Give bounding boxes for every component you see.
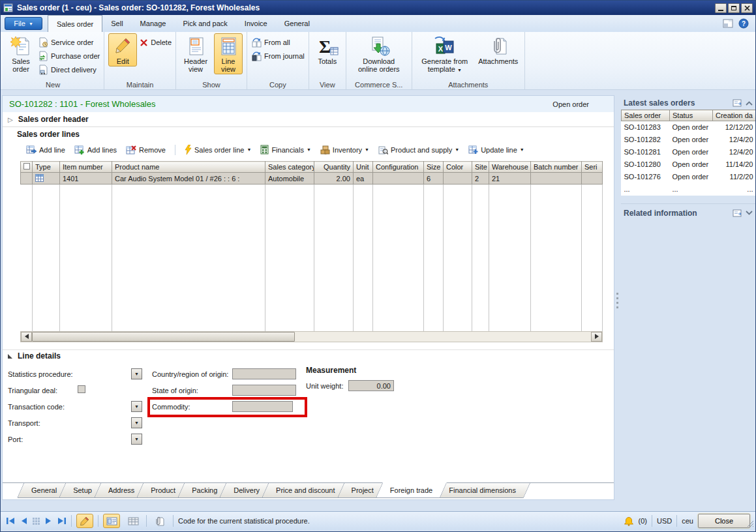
- expand-icon[interactable]: ▷: [8, 116, 13, 123]
- sales-order-button[interactable]: Sales order: [6, 33, 36, 74]
- tab-sell[interactable]: Sell: [102, 15, 131, 32]
- cell-size[interactable]: 6: [424, 173, 444, 185]
- from-all-button[interactable]: From all: [251, 37, 305, 48]
- factbox-row[interactable]: SO-101280Open order11/14/20: [622, 158, 756, 171]
- scroll-right-button[interactable]: [591, 332, 602, 342]
- tab-foreign-trade[interactable]: Foreign trade: [379, 483, 444, 498]
- scrollbar-thumb[interactable]: [32, 332, 295, 342]
- help-icon[interactable]: ?: [738, 18, 749, 29]
- add-lines-button[interactable]: Add lines: [74, 145, 117, 155]
- cell-batch-number[interactable]: [531, 173, 582, 185]
- collapse-chevron-icon[interactable]: [746, 101, 753, 106]
- service-order-button[interactable]: Service order: [38, 37, 100, 48]
- cell-configuration[interactable]: [373, 173, 424, 185]
- factbox-cell[interactable]: ...: [622, 183, 670, 196]
- factbox-cell[interactable]: 12/4/20: [713, 146, 756, 158]
- sales-order-header-section[interactable]: ▷ Sales order header: [3, 112, 614, 127]
- pane-splitter[interactable]: [616, 293, 618, 308]
- notifications-count[interactable]: (0): [639, 517, 647, 525]
- related-information-header[interactable]: Related information: [621, 203, 755, 218]
- latest-sales-orders-header[interactable]: Latest sales orders: [621, 95, 755, 110]
- edit-button[interactable]: Edit: [108, 33, 137, 66]
- edit-mode-button[interactable]: [76, 514, 93, 528]
- fb-col-creation-date[interactable]: Creation da: [713, 110, 756, 121]
- transaction-code-dropdown[interactable]: ▼: [131, 401, 142, 412]
- line-view-button[interactable]: Line view: [214, 33, 243, 74]
- factbox-row[interactable]: SO-101283Open order12/12/20: [622, 121, 756, 134]
- tab-price-and-discount[interactable]: Price and discount: [265, 483, 346, 498]
- col-color[interactable]: Color: [444, 162, 472, 173]
- factbox-row[interactable]: .........: [622, 183, 756, 196]
- col-site[interactable]: Site: [472, 162, 489, 173]
- attachments-button[interactable]: Attachments: [476, 33, 521, 66]
- next-record-icon[interactable]: [45, 517, 53, 525]
- factbox-row[interactable]: SO-101281Open order12/4/20: [622, 146, 756, 158]
- select-all-header[interactable]: [21, 162, 33, 173]
- col-warehouse[interactable]: Warehouse: [489, 162, 531, 173]
- grid-view-records-icon[interactable]: [32, 517, 40, 525]
- state-of-origin-field[interactable]: [232, 385, 296, 396]
- commodity-field[interactable]: [232, 401, 293, 412]
- layout-panes-icon[interactable]: [723, 19, 733, 28]
- cell-color[interactable]: [444, 173, 472, 185]
- minimize-button[interactable]: [715, 3, 727, 13]
- factbox-cell[interactable]: SO-101282: [622, 134, 670, 146]
- tab-financial-dimensions[interactable]: Financial dimensions: [438, 483, 527, 498]
- first-record-icon[interactable]: [6, 517, 15, 525]
- col-product-name[interactable]: Product name: [112, 162, 265, 173]
- delete-button[interactable]: Delete: [140, 37, 172, 48]
- cell-quantity[interactable]: 2.00: [314, 173, 354, 185]
- col-batch-number[interactable]: Batch number: [531, 162, 582, 173]
- cell-warehouse[interactable]: 21: [489, 173, 531, 185]
- company-indicator[interactable]: ceu: [682, 517, 693, 525]
- col-quantity[interactable]: Quantity: [314, 162, 354, 173]
- country-of-origin-field[interactable]: [232, 368, 296, 379]
- header-view-button[interactable]: Header view: [180, 33, 211, 74]
- col-unit[interactable]: Unit: [354, 162, 373, 173]
- col-type[interactable]: Type: [33, 162, 60, 173]
- close-window-button[interactable]: [741, 3, 753, 13]
- cell-product-name[interactable]: Car Audio System Model 01 / #26 : : 6 :: [112, 173, 265, 185]
- col-sales-category[interactable]: Sales category: [265, 162, 314, 173]
- factbox-cell[interactable]: ...: [713, 183, 756, 196]
- transport-dropdown[interactable]: ▼: [131, 417, 142, 428]
- cell-item-number[interactable]: 1401: [60, 173, 112, 185]
- factbox-cell[interactable]: 11/14/20: [713, 158, 756, 171]
- fb-col-status[interactable]: Status: [670, 110, 713, 121]
- previous-record-icon[interactable]: [20, 517, 27, 525]
- expand-chevron-icon[interactable]: [746, 211, 753, 215]
- scrollbar-track[interactable]: [32, 332, 591, 342]
- unit-weight-field[interactable]: 0.00: [348, 380, 394, 391]
- fb-col-sales-order[interactable]: Sales order: [622, 110, 670, 121]
- update-line-menu[interactable]: Update line ▼: [468, 145, 524, 155]
- scroll-left-button[interactable]: [21, 332, 32, 342]
- factbox-cell[interactable]: ...: [670, 183, 713, 196]
- purchase-order-button[interactable]: Purchase order: [38, 50, 100, 62]
- open-factbox-icon[interactable]: [733, 209, 742, 217]
- generate-from-template-button[interactable]: XW Generate from template ▼: [416, 33, 474, 74]
- factbox-cell[interactable]: 11/2/20: [713, 171, 756, 183]
- checkbox[interactable]: [23, 163, 30, 170]
- form-view-button[interactable]: [103, 514, 120, 528]
- grid-row-1401[interactable]: 1401 Car Audio System Model 01 / #26 : :…: [21, 173, 603, 185]
- totals-button[interactable]: Σ Totals: [313, 33, 342, 66]
- sales-order-line-menu[interactable]: Sales order line ▼: [185, 145, 251, 155]
- factbox-row[interactable]: SO-101282Open order12/4/20: [622, 134, 756, 146]
- factbox-cell[interactable]: 12/4/20: [713, 134, 756, 146]
- cell-sales-category[interactable]: Automobile: [265, 173, 314, 185]
- download-online-orders-button[interactable]: Download online orders: [350, 33, 408, 74]
- grid-empty-area[interactable]: [21, 185, 603, 331]
- col-configuration[interactable]: Configuration: [373, 162, 424, 173]
- from-journal-button[interactable]: From journal: [251, 50, 305, 62]
- port-dropdown[interactable]: ▼: [131, 434, 142, 445]
- cell-unit[interactable]: ea: [354, 173, 373, 185]
- factbox-cell[interactable]: Open order: [670, 171, 713, 183]
- factbox-cell[interactable]: Open order: [670, 158, 713, 171]
- inventory-menu[interactable]: Inventory ▼: [320, 145, 369, 155]
- financials-menu[interactable]: Financials ▼: [260, 145, 310, 155]
- statistics-procedure-dropdown[interactable]: ▼: [131, 368, 142, 379]
- resize-grip[interactable]: [746, 520, 754, 529]
- file-menu-button[interactable]: File ▼: [5, 17, 42, 30]
- product-and-supply-menu[interactable]: Product and supply ▼: [378, 145, 459, 155]
- direct-delivery-button[interactable]: Direct delivery: [38, 64, 100, 76]
